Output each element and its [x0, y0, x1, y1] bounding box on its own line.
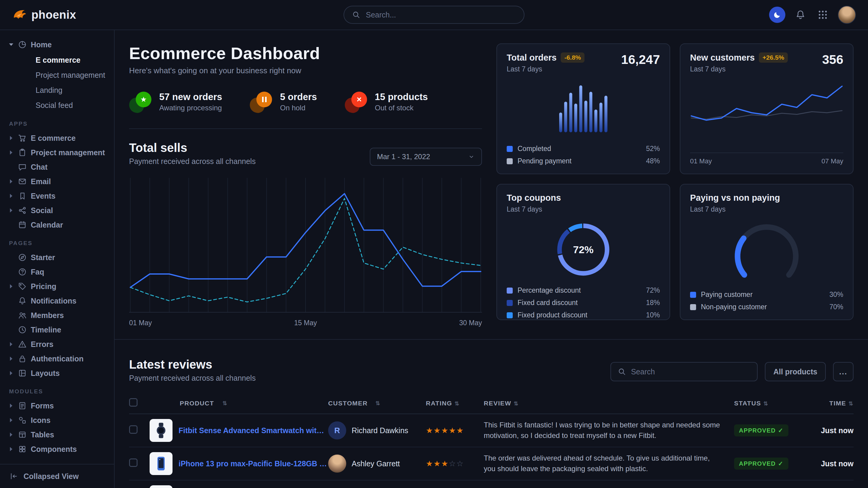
- global-search-input[interactable]: [366, 10, 516, 19]
- total-sells-header: Total sells Payment received across all …: [129, 141, 482, 166]
- sidebar-item-faq[interactable]: Faq: [8, 265, 108, 279]
- legend-fixed-product-discount: Fixed product discount 10%: [507, 311, 660, 319]
- review-text: This Fitbit is fantastic! I was trying t…: [484, 420, 723, 441]
- sidebar-item-forms[interactable]: Forms: [8, 398, 108, 413]
- latest-reviews-section: Latest reviews Payment received across a…: [115, 339, 868, 488]
- tag-icon: [18, 282, 27, 291]
- sidebar-item-project-management-dashboard[interactable]: Project management: [8, 67, 108, 83]
- column-status[interactable]: STATUS⇅: [734, 400, 806, 407]
- row-checkbox[interactable]: [129, 425, 137, 434]
- sidebar-item-landing[interactable]: Landing: [8, 83, 108, 98]
- sidebar-item-pricing[interactable]: Pricing: [8, 279, 108, 294]
- sidebar-item-events[interactable]: Events: [8, 189, 108, 203]
- sidebar-item-members[interactable]: Members: [8, 308, 108, 323]
- trend-badge: -6.8%: [561, 53, 585, 63]
- sidebar-item-email[interactable]: Email: [8, 174, 108, 189]
- clock-icon: [18, 326, 27, 334]
- customer-name: Richard Dawkins: [352, 426, 408, 435]
- line-chart: [690, 79, 843, 142]
- legend-swatch: [507, 300, 513, 306]
- sidebar-item-calendar[interactable]: Calendar: [8, 218, 108, 232]
- theme-toggle-button[interactable]: [769, 7, 785, 23]
- dashboard-left-column: Ecommerce Dashboard Here's what's going …: [129, 43, 482, 327]
- select-all-checkbox[interactable]: [129, 398, 137, 406]
- sidebar-item-timeline[interactable]: Timeline: [8, 323, 108, 337]
- x-badge-icon: ×: [345, 91, 368, 113]
- sort-icon: ⇅: [375, 400, 380, 406]
- sidebar-item-ecommerce[interactable]: E commerce: [8, 131, 108, 145]
- chevron-down-icon: [468, 154, 475, 160]
- sidebar-item-icons[interactable]: Icons: [8, 413, 108, 427]
- column-customer[interactable]: CUSTOMER⇅: [328, 400, 426, 407]
- page-title: Ecommerce Dashboard: [129, 43, 482, 63]
- collapsed-view-toggle[interactable]: Collapsed View: [0, 464, 114, 488]
- sidebar-item-layouts[interactable]: Layouts: [8, 366, 108, 380]
- product-link[interactable]: Fitbit Sense Advanced Smartwatch with To…: [179, 426, 328, 435]
- sidebar-item-tables[interactable]: Tables: [8, 427, 108, 442]
- column-review[interactable]: REVIEW⇅: [484, 400, 734, 407]
- sidebar-item-components[interactable]: Components: [8, 442, 108, 456]
- row-checkbox[interactable]: [129, 458, 137, 467]
- check-icon: ✓: [778, 460, 783, 467]
- layout-grid-icon: [18, 369, 27, 378]
- user-avatar[interactable]: [838, 6, 856, 24]
- reviews-search-input[interactable]: [631, 367, 750, 376]
- sidebar-item-label: Home: [31, 40, 52, 49]
- sidebar-item-ecommerce-dashboard[interactable]: E commerce: [8, 53, 108, 67]
- stat-out-of-stock: × 15 products Out of stock: [345, 91, 428, 113]
- product-link[interactable]: iPhone 13 pro max-Pacific Blue-128GB sto…: [179, 459, 328, 468]
- review-text: The order was delivered ahead of schedul…: [484, 453, 723, 474]
- compass-icon: [18, 253, 27, 262]
- main-content: Ecommerce Dashboard Here's what's going …: [115, 0, 868, 488]
- sidebar-item-errors[interactable]: Errors: [8, 337, 108, 352]
- topbar-actions: [741, 6, 856, 24]
- column-rating[interactable]: RATING⇅: [426, 400, 484, 407]
- collapse-sidebar-icon: [10, 472, 18, 481]
- chevron-right-icon: [8, 356, 14, 361]
- card-new-customers: New customers +26.5% Last 7 days 356 01 …: [680, 43, 854, 174]
- legend-nonpaying-customer: Non-paying customer 70%: [690, 303, 843, 311]
- sidebar-item-social-feed[interactable]: Social feed: [8, 98, 108, 113]
- legend-swatch: [507, 312, 513, 318]
- search-icon: [618, 367, 626, 376]
- legend-swatch: [690, 292, 696, 298]
- brand-logo[interactable]: phoenix: [12, 7, 127, 22]
- iphone-image: [152, 455, 170, 473]
- more-options-button[interactable]: ...: [833, 362, 854, 381]
- chat-bubble-icon: [18, 163, 27, 171]
- legend-swatch: [690, 304, 696, 310]
- apps-grid-button[interactable]: [815, 7, 830, 22]
- sidebar-section-pages: PAGES: [9, 240, 108, 247]
- column-time[interactable]: TIME⇅: [806, 400, 854, 407]
- sort-icon: ⇅: [763, 400, 768, 406]
- notifications-button[interactable]: [793, 7, 808, 22]
- sidebar-item-authentication[interactable]: Authentication: [8, 352, 108, 366]
- kpi-cards: Total orders -6.8% Last 7 days 16,247: [496, 43, 854, 327]
- stat-orders-on-hold: 5 orders On hold: [250, 91, 317, 113]
- sidebar-item-social[interactable]: Social: [8, 203, 108, 218]
- bell-icon: [18, 297, 27, 305]
- chevron-right-icon: [8, 135, 14, 141]
- form-lines-icon: [18, 401, 27, 410]
- legend-swatch: [507, 146, 513, 152]
- product-thumbnail: [150, 485, 173, 488]
- shapes-icon: [18, 416, 27, 424]
- sort-icon: ⇅: [849, 400, 854, 406]
- legend-fixed-card-discount: Fixed card discount 18%: [507, 299, 660, 307]
- sidebar-item-starter[interactable]: Starter: [8, 250, 108, 265]
- legend-swatch: [507, 158, 513, 164]
- review-time: Just now: [821, 459, 854, 468]
- users-icon: [18, 311, 27, 320]
- all-products-button[interactable]: All products: [765, 362, 826, 381]
- question-circle-icon: [18, 268, 27, 276]
- reviews-search[interactable]: [611, 362, 757, 381]
- sidebar-item-project-management[interactable]: Project management: [8, 145, 108, 160]
- chevron-right-icon: [8, 284, 14, 289]
- sidebar-item-home[interactable]: Home: [8, 37, 108, 52]
- sidebar-item-notifications[interactable]: Notifications: [8, 294, 108, 308]
- date-range-select[interactable]: Mar 1 - 31, 2022: [370, 148, 482, 166]
- column-product[interactable]: PRODUCT⇅: [150, 400, 328, 407]
- global-search[interactable]: [343, 6, 525, 24]
- puzzle-icon: [18, 445, 27, 453]
- sidebar-item-chat[interactable]: Chat: [8, 160, 108, 174]
